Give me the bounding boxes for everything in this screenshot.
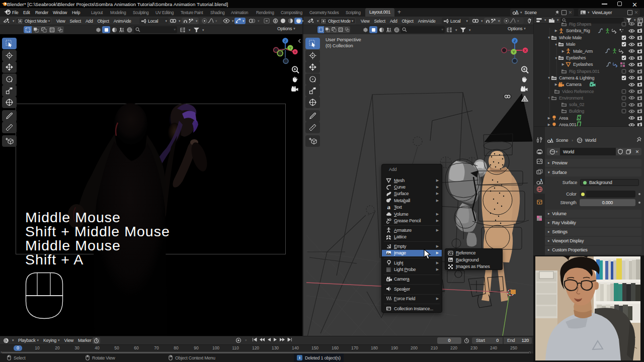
svg-text:X: X	[294, 50, 296, 54]
svg-text:Y: Y	[513, 50, 515, 54]
svg-text:Z: Z	[514, 39, 516, 43]
svg-text:Y: Y	[289, 46, 292, 50]
svg-text:X: X	[524, 48, 527, 53]
svg-text:Z: Z	[284, 39, 287, 43]
